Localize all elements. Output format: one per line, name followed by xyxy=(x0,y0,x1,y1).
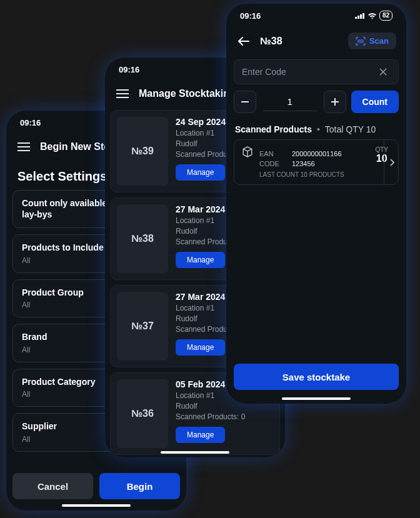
stocktake-user: Rudolf xyxy=(176,402,245,411)
manage-button[interactable]: Manage xyxy=(176,339,225,356)
code-key: CODE xyxy=(259,160,287,167)
scanned-product-card[interactable]: EAN 2000000001166 CODE 123456 LAST COUNT… xyxy=(234,139,399,185)
stocktake-tile: №39 xyxy=(117,117,168,186)
back-icon[interactable] xyxy=(236,34,251,49)
chevron-right-icon[interactable] xyxy=(384,139,399,185)
section-heading: Select Settings xyxy=(18,169,107,184)
cancel-button[interactable]: Cancel xyxy=(12,473,93,499)
save-stocktake-button[interactable]: Save stocktake xyxy=(234,364,399,390)
code-input[interactable] xyxy=(242,67,376,77)
save-bar: Save stocktake xyxy=(234,364,399,390)
screen-stocktake-detail: 09:16 82 №38 Scan 1 Count Scann xyxy=(226,4,406,404)
quantity-row: 1 Count xyxy=(234,91,399,113)
manage-button[interactable]: Manage xyxy=(176,427,225,443)
svg-rect-4 xyxy=(241,101,249,102)
plus-icon xyxy=(331,98,339,106)
home-indicator xyxy=(62,504,131,507)
manage-button[interactable]: Manage xyxy=(176,252,225,268)
scan-label: Scan xyxy=(369,36,389,46)
svg-rect-6 xyxy=(331,101,339,102)
stocktake-tile: №37 xyxy=(117,292,168,361)
scanned-label: Scanned Products xyxy=(235,124,312,134)
status-bar: 09:16 82 xyxy=(226,4,406,27)
page-title: №38 xyxy=(260,36,282,47)
manage-button[interactable]: Manage xyxy=(176,164,225,181)
nav-bar: №38 Scan xyxy=(226,27,406,54)
scanned-heading: Scanned Products • Total QTY 10 xyxy=(226,113,406,139)
decrement-button[interactable] xyxy=(234,91,256,113)
clear-icon[interactable] xyxy=(376,64,391,79)
minus-icon xyxy=(241,101,249,102)
home-indicator xyxy=(161,451,229,454)
stocktake-tile: №36 xyxy=(117,379,168,448)
begin-button[interactable]: Begin xyxy=(99,473,180,499)
total-qty-label: Total QTY 10 xyxy=(325,124,376,134)
separator-dot: • xyxy=(317,124,320,134)
wifi-icon xyxy=(368,12,377,19)
code-input-row xyxy=(234,59,399,84)
footer-actions: Cancel Begin xyxy=(12,473,180,499)
status-time: 09:16 xyxy=(20,118,41,127)
stocktake-scanned: Scanned Products: 0 xyxy=(176,412,245,421)
stocktake-tile: №38 xyxy=(117,204,168,273)
svg-rect-0 xyxy=(355,17,357,19)
ean-value: 2000000001166 xyxy=(292,150,369,157)
product-details: EAN 2000000001166 CODE 123456 LAST COUNT… xyxy=(259,146,369,178)
home-indicator xyxy=(282,397,351,400)
menu-icon[interactable] xyxy=(16,139,31,154)
signal-icon xyxy=(355,12,365,19)
count-button[interactable]: Count xyxy=(351,91,399,113)
status-icons: 82 xyxy=(355,11,392,21)
svg-rect-2 xyxy=(360,14,362,19)
quantity-value[interactable]: 1 xyxy=(262,92,318,111)
status-time: 09:16 xyxy=(240,11,261,21)
svg-rect-3 xyxy=(362,13,364,19)
scan-button[interactable]: Scan xyxy=(348,32,396,49)
ean-key: EAN xyxy=(259,150,287,157)
increment-button[interactable] xyxy=(324,91,346,113)
svg-rect-1 xyxy=(358,16,359,19)
box-icon xyxy=(242,146,253,157)
battery-indicator: 82 xyxy=(379,11,392,21)
barcode-icon xyxy=(356,37,366,46)
code-value: 123456 xyxy=(292,160,369,167)
status-time: 09:16 xyxy=(119,65,139,74)
last-count-label: LAST COUNT 10 PRODUCTS xyxy=(259,171,369,178)
menu-icon[interactable] xyxy=(115,86,130,101)
